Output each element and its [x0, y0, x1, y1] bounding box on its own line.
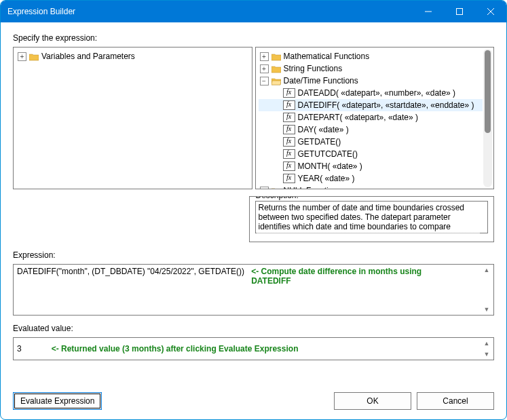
scroll-up-icon[interactable]: ▲: [482, 340, 491, 347]
function-icon: fx: [283, 113, 295, 122]
tree-label: String Functions: [284, 62, 343, 75]
tree-label: GETDATE(): [298, 136, 341, 148]
tree-label: DATEADD( «datepart», «number», «date» ): [298, 87, 456, 99]
tree-label: NULL Functions: [284, 185, 342, 189]
tree-row-string-functions[interactable]: + String Functions: [259, 62, 483, 75]
tree-row-getutcdate[interactable]: fx GETUTCDATE(): [259, 148, 483, 160]
scroll-down-icon[interactable]: ▼: [482, 306, 491, 313]
function-icon: fx: [283, 174, 295, 183]
tree-row-year[interactable]: fx YEAR( «date» ): [259, 172, 483, 185]
variables-tree-pane[interactable]: + Variables and Parameters: [13, 47, 252, 189]
tree-row-month[interactable]: fx MONTH( «date» ): [259, 160, 483, 172]
tree-row-day[interactable]: fx DAY( «date» ): [259, 123, 483, 136]
expression-builder-window: Expression Builder Specify the expressio…: [0, 0, 507, 420]
tree-row-datetime-functions[interactable]: − Date/Time Functions: [259, 75, 483, 87]
tree-row-variables[interactable]: + Variables and Parameters: [16, 50, 249, 62]
close-button[interactable]: [475, 1, 506, 22]
tree-label: DAY( «date» ): [298, 123, 349, 136]
collapse-icon[interactable]: −: [260, 77, 269, 85]
evaluated-label: Evaluated value:: [13, 324, 494, 333]
expression-label: Expression:: [13, 250, 494, 260]
expand-icon[interactable]: +: [260, 187, 269, 190]
evaluate-expression-button[interactable]: Evaluate Expression: [13, 392, 102, 410]
description-group: Description: Returns the number of date …: [249, 196, 495, 242]
ok-button[interactable]: OK: [334, 392, 411, 410]
evaluated-annotation: <- Returned value (3 months) after click…: [52, 344, 299, 354]
expand-icon[interactable]: +: [260, 52, 269, 61]
folder-icon: [271, 64, 281, 73]
expand-icon[interactable]: +: [260, 64, 269, 73]
close-icon: [487, 8, 494, 15]
tree-label: Date/Time Functions: [284, 75, 358, 87]
tree-row-math-functions[interactable]: + Mathematical Functions: [259, 50, 483, 62]
expression-code: DATEDIFF("month", (DT_DBDATE) "04/25/202…: [17, 267, 244, 276]
minimize-icon: [425, 8, 432, 15]
tree-label: MONTH( «date» ): [298, 160, 362, 172]
scroll-down-icon[interactable]: ▼: [482, 351, 491, 358]
tree-label: GETUTCDATE(): [298, 148, 358, 160]
tree-label: Mathematical Functions: [284, 50, 370, 62]
folder-open-icon: [271, 77, 281, 85]
maximize-button[interactable]: [444, 1, 475, 22]
evaluated-value-box[interactable]: 3 <- Returned value (3 months) after cli…: [13, 337, 494, 360]
maximize-icon: [456, 8, 463, 15]
evaluated-scroll-buttons[interactable]: ▲ ▼: [482, 340, 491, 358]
scroll-up-icon[interactable]: ▲: [482, 267, 491, 273]
function-icon: fx: [283, 100, 295, 110]
window-title: Expression Builder: [7, 7, 413, 16]
expression-annotation: <- Compute date difference in months usi…: [251, 267, 434, 286]
folder-icon: [271, 187, 281, 189]
tree-label: DATEPART( «datepart», «date» ): [298, 111, 418, 123]
scrollbar-thumb[interactable]: [485, 50, 491, 133]
tree-label: DATEDIFF( «datepart», «startdate», «endd…: [298, 99, 474, 111]
expand-icon[interactable]: +: [18, 52, 26, 61]
specify-label: Specify the expression:: [13, 33, 494, 43]
expression-scroll-buttons[interactable]: ▲ ▼: [482, 267, 491, 313]
button-bar: Evaluate Expression OK Cancel: [13, 389, 494, 410]
expression-textarea[interactable]: DATEDIFF("month", (DT_DBDATE) "04/25/202…: [13, 264, 494, 316]
evaluated-value: 3: [17, 344, 22, 354]
tree-row-getdate[interactable]: fx GETDATE(): [259, 136, 483, 148]
tree-row-dateadd[interactable]: fx DATEADD( «datepart», «number», «date»…: [259, 87, 483, 99]
top-panes: + Variables and Parameters + Mathematica…: [13, 47, 494, 189]
cancel-button[interactable]: Cancel: [417, 392, 494, 410]
tree-row-datepart[interactable]: fx DATEPART( «datepart», «date» ): [259, 111, 483, 123]
function-icon: fx: [283, 149, 295, 159]
folder-icon: [271, 52, 281, 60]
description-text[interactable]: Returns the number of date and time boun…: [255, 201, 489, 233]
function-icon: fx: [283, 88, 295, 98]
tree-label: Variables and Parameters: [41, 50, 135, 62]
title-bar[interactable]: Expression Builder: [1, 1, 506, 22]
functions-tree-scrollbar[interactable]: [483, 49, 492, 187]
tree-row-datediff[interactable]: fx DATEDIFF( «datepart», «startdate», «e…: [259, 99, 483, 111]
minimize-button[interactable]: [413, 1, 444, 22]
tree-row-null-functions[interactable]: + NULL Functions: [259, 185, 483, 189]
functions-tree-pane[interactable]: + Mathematical Functions + String Functi…: [255, 47, 495, 189]
function-icon: fx: [283, 161, 295, 171]
folder-icon: [29, 52, 39, 60]
function-icon: fx: [283, 125, 295, 134]
function-icon: fx: [283, 137, 295, 147]
svg-rect-1: [457, 9, 463, 15]
client-area: Specify the expression: + Variables and …: [1, 22, 506, 419]
description-legend: Description:: [254, 196, 301, 200]
tree-label: YEAR( «date» ): [298, 172, 355, 185]
